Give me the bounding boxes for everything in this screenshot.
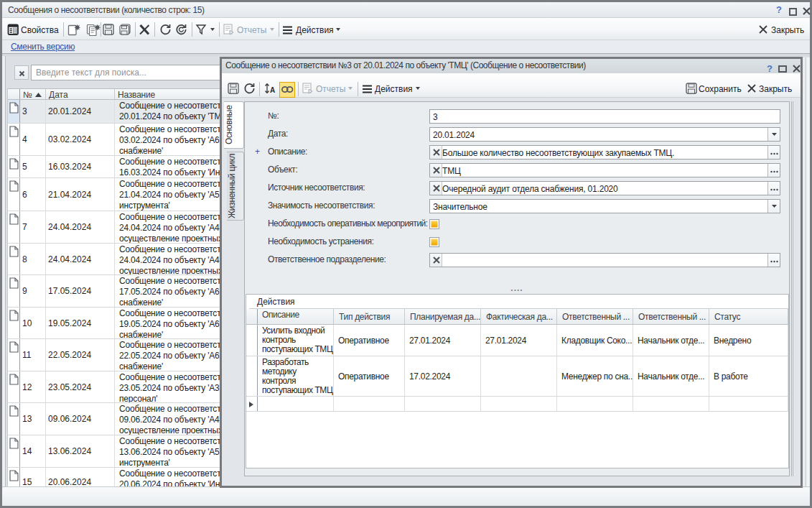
svg-text:A: A [270, 86, 275, 94]
